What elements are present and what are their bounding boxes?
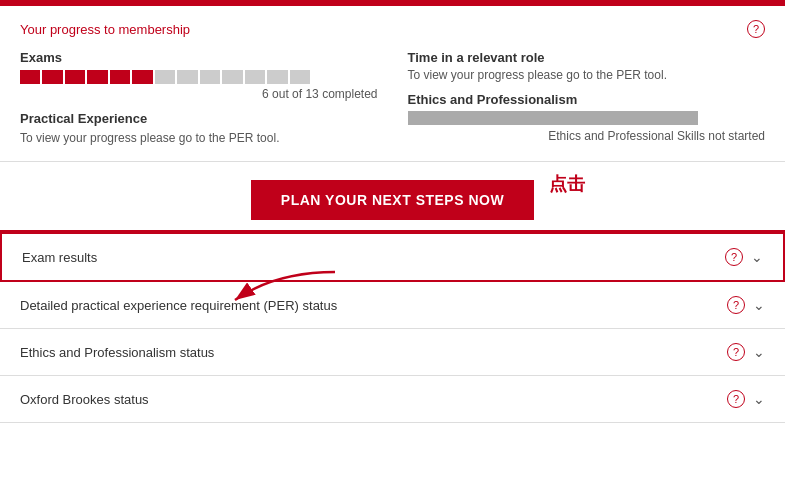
chevron-oxford: ⌄ bbox=[753, 391, 765, 407]
chevron-per: ⌄ bbox=[753, 297, 765, 313]
accordion-label-exam-results: Exam results bbox=[22, 250, 97, 265]
accordion-item-oxford[interactable]: Oxford Brookes status ? ⌄ bbox=[0, 376, 785, 423]
ethics-not-started-text: Ethics and Professional Skills not start… bbox=[408, 129, 766, 143]
accordion-item-exam-results[interactable]: Exam results ? ⌄ bbox=[0, 232, 785, 282]
arrow-annotation bbox=[215, 262, 345, 322]
practical-experience-subtext: To view your progress please go to the P… bbox=[20, 131, 378, 145]
chevron-exam-results: ⌄ bbox=[751, 249, 763, 265]
help-icon-exam-results[interactable]: ? bbox=[725, 248, 743, 266]
accordion-item-per[interactable]: Detailed practical experience requiremen… bbox=[0, 282, 785, 329]
accordion-label-ethics: Ethics and Professionalism status bbox=[20, 345, 214, 360]
progress-title: Your progress to membership ? bbox=[20, 20, 765, 38]
progress-section: Your progress to membership ? Exams bbox=[0, 6, 785, 162]
plan-next-steps-button[interactable]: PLAN YOUR NEXT STEPS NOW bbox=[251, 180, 534, 220]
accordion-item-ethics[interactable]: Ethics and Professionalism status ? ⌄ bbox=[0, 329, 785, 376]
ethics-bar bbox=[408, 111, 698, 125]
progress-title-text: Your progress to membership bbox=[20, 22, 190, 37]
time-in-role-label: Time in a relevant role bbox=[408, 50, 766, 65]
help-icon-per[interactable]: ? bbox=[727, 296, 745, 314]
exams-completed-text: 6 out of 13 completed bbox=[20, 87, 378, 101]
exams-label: Exams bbox=[20, 50, 378, 65]
help-icon-progress[interactable]: ? bbox=[747, 20, 765, 38]
exams-bar bbox=[20, 70, 310, 84]
help-icon-ethics[interactable]: ? bbox=[727, 343, 745, 361]
accordion-section: Exam results ? ⌄ Detailed practical expe… bbox=[0, 230, 785, 423]
help-icon-oxford[interactable]: ? bbox=[727, 390, 745, 408]
practical-experience-label: Practical Experience bbox=[20, 111, 378, 126]
click-annotation: 点击 bbox=[549, 172, 585, 196]
ethics-label: Ethics and Professionalism bbox=[408, 92, 766, 107]
time-in-role-subtext: To view your progress please go to the P… bbox=[408, 68, 766, 82]
accordion-label-oxford: Oxford Brookes status bbox=[20, 392, 149, 407]
chevron-ethics: ⌄ bbox=[753, 344, 765, 360]
